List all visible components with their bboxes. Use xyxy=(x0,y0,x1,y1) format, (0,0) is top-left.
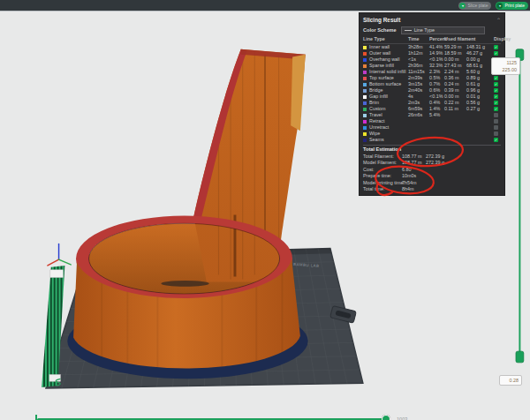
line-type-filament-m: 0.22 m xyxy=(444,101,466,105)
line-type-color-swatch xyxy=(363,64,367,68)
line-type-filament-g: 5.60 g xyxy=(466,70,494,74)
line-type-filament-m: 0.11 m xyxy=(444,107,466,111)
total-value-2: 272.39 g xyxy=(426,161,501,165)
total-value-2: 272.39 g xyxy=(426,154,501,159)
line-type-filament-g: 46.27 g xyxy=(466,51,494,56)
line-type-label: Retract xyxy=(369,119,408,124)
display-checkbox[interactable] xyxy=(494,125,498,130)
print-plate-label: Print plate xyxy=(504,3,525,8)
line-type-row: Retract xyxy=(363,118,501,124)
line-type-label: Overhang wall xyxy=(369,57,408,62)
line-type-table-header: Line Type Time Percent Used filament Dis… xyxy=(363,36,501,44)
line-type-time: 26m6s xyxy=(408,113,429,117)
move-slider-handle[interactable] xyxy=(382,415,390,420)
slice-dropdown-icon[interactable]: ▾ xyxy=(459,3,466,9)
layer-slider[interactable] xyxy=(516,49,524,363)
panel-title: Slicing Result xyxy=(363,18,400,23)
move-slider-value: 1003 xyxy=(397,416,407,420)
line-type-label: Top surface xyxy=(369,76,408,80)
line-type-color-swatch xyxy=(363,114,367,117)
slice-plate-button[interactable]: ▾ Slice plate xyxy=(458,2,491,10)
print-plate-button[interactable]: ▾ Print plate xyxy=(496,2,528,10)
line-type-time: 3h28m xyxy=(408,45,429,49)
line-type-percent: 1.4% xyxy=(429,107,444,111)
line-type-label: Travel xyxy=(369,113,408,117)
total-value-1: 108.77 m xyxy=(402,154,426,159)
total-label: Prepare time: xyxy=(363,174,402,178)
display-checkbox[interactable]: ✓ xyxy=(494,94,498,99)
total-estimation-row: Prepare time:10m0s xyxy=(363,173,501,179)
line-type-percent: 0.6% xyxy=(429,88,444,93)
line-type-percent: 41.4% xyxy=(429,45,444,49)
line-type-color-swatch xyxy=(363,132,367,136)
line-type-filament-g: 0.89 g xyxy=(466,76,494,80)
line-type-row: Travel26m6s5.4% xyxy=(363,112,501,118)
layer-slider-top-tooltip: 1125 225.00 xyxy=(491,57,520,75)
line-type-filament-m: 0.00 m xyxy=(444,94,466,99)
display-checkbox[interactable] xyxy=(494,119,498,124)
total-value-1: 10m0s xyxy=(402,174,426,178)
layer-slider-bottom-handle[interactable] xyxy=(516,351,524,363)
line-type-color-swatch xyxy=(363,120,367,124)
line-type-row: Bridge2m40s0.6%0.39 m0.96 g✓ xyxy=(363,87,501,94)
total-estimation-row: Model printing time:7h54m xyxy=(363,180,501,186)
line-type-filament-m: 18.59 m xyxy=(444,51,466,56)
line-type-label: Unretract xyxy=(369,125,408,130)
display-checkbox[interactable]: ✓ xyxy=(494,88,498,93)
total-estimation-row: Total time:8h4m xyxy=(363,186,501,192)
display-checkbox[interactable]: ✓ xyxy=(494,82,498,86)
color-scheme-label: Color Scheme xyxy=(363,28,397,34)
line-type-filament-m: 59.29 m xyxy=(444,45,466,49)
line-type-row: Unretract xyxy=(363,124,501,131)
display-checkbox[interactable]: ✓ xyxy=(494,138,498,142)
total-estimation-row: Model Filament:108.77 m272.39 g xyxy=(363,160,501,166)
line-type-filament-g: 0.61 g xyxy=(466,82,494,86)
line-type-percent: <0.1% xyxy=(429,94,444,99)
color-scheme-dropdown[interactable]: Line Type xyxy=(401,26,485,34)
line-type-time: 4s xyxy=(408,94,429,99)
total-value-1: 7h54m xyxy=(402,181,426,185)
line-type-time: 2h36m xyxy=(408,64,429,68)
line-type-time: 11m15s xyxy=(408,70,429,74)
line-type-label: Outer wall xyxy=(369,51,408,56)
model-inner-shadow xyxy=(161,281,208,287)
total-estimation-row: Total Filament:108.77 m272.39 g xyxy=(363,154,501,160)
line-type-row: Seams✓ xyxy=(363,137,501,143)
line-type-percent: 0.7% xyxy=(429,82,444,86)
display-checkbox[interactable] xyxy=(494,113,498,117)
line-type-row: Internal solid infill11m15s2.3%2.24 m5.6… xyxy=(363,69,501,75)
line-type-dash-icon xyxy=(405,30,412,31)
line-type-filament-m: 0.36 m xyxy=(444,76,466,80)
line-type-time: 2m40s xyxy=(408,88,429,93)
display-checkbox[interactable]: ✓ xyxy=(494,107,498,111)
collapse-panel-icon[interactable]: ⌃ xyxy=(496,18,501,23)
display-checkbox[interactable]: ✓ xyxy=(494,45,498,49)
print-dropdown-icon[interactable]: ▾ xyxy=(496,3,503,9)
line-type-percent: 32.3% xyxy=(429,64,444,68)
line-type-label: Bridge xyxy=(369,88,408,93)
line-type-percent: 5.4% xyxy=(429,113,444,117)
total-value-1: 6.80 xyxy=(402,168,426,172)
line-type-time: 2m3s xyxy=(408,101,429,105)
line-type-label: Seams xyxy=(369,138,408,142)
display-checkbox[interactable]: ✓ xyxy=(494,51,498,56)
line-type-color-swatch xyxy=(363,89,367,93)
display-checkbox[interactable]: ✓ xyxy=(494,76,498,80)
slice-plate-label: Slice plate xyxy=(467,3,488,8)
total-estimation-header: Total Estimation xyxy=(363,146,501,154)
line-type-row: Overhang wall<1s<0.1%0.00 m0.00 g✓ xyxy=(363,56,501,63)
model-fin-facet xyxy=(291,55,306,131)
sliced-model[interactable] xyxy=(73,49,306,379)
line-type-row: Top surface2m39s0.5%0.36 m0.89 g✓ xyxy=(363,75,501,81)
line-type-row: Sparse infill2h36m32.3%27.43 m68.61 g✓ xyxy=(363,63,501,69)
line-type-percent: 0.5% xyxy=(429,76,444,80)
display-checkbox[interactable]: ✓ xyxy=(494,101,498,105)
ruler-label-chip xyxy=(50,270,64,278)
line-type-percent: 14.9% xyxy=(429,51,444,56)
line-type-label: Inner wall xyxy=(369,45,408,49)
first-layer-height: 0.28 xyxy=(503,377,519,384)
display-checkbox[interactable] xyxy=(494,131,498,136)
axes-indicator-icon xyxy=(48,244,71,266)
layer-number: 1125 xyxy=(495,59,517,66)
total-label: Cost: xyxy=(363,168,402,172)
